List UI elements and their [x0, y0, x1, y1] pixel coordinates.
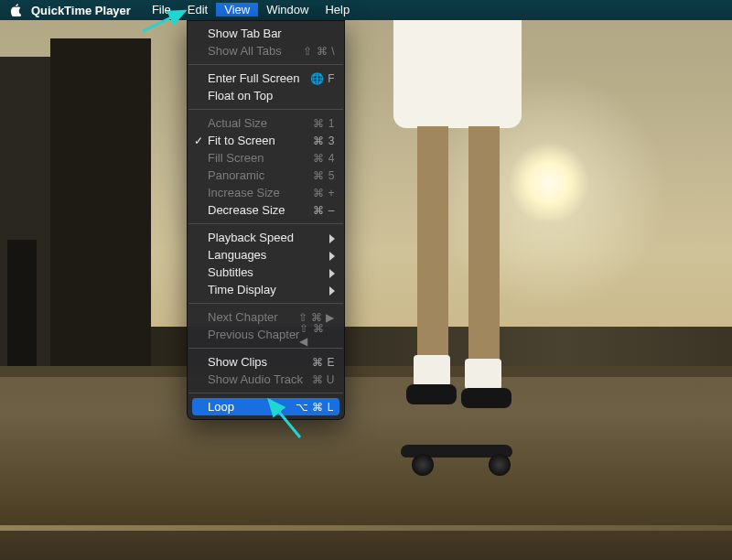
- menubar: QuickTime Player FileEditViewWindowHelp: [0, 0, 732, 20]
- view-menu-dropdown: Show Tab BarShow All Tabs⇧ ⌘ \Enter Full…: [187, 20, 345, 420]
- menu-item-decrease-size[interactable]: Decrease Size⌘ –: [188, 201, 344, 219]
- menu-item-label: Fit to Screen: [208, 134, 313, 147]
- road: [0, 377, 732, 560]
- menu-item-previous-chapter: Previous Chapter⇧ ⌘ ◀: [188, 326, 344, 343]
- menu-item-label: Show Audio Track: [208, 372, 312, 386]
- app-name[interactable]: QuickTime Player: [31, 4, 131, 17]
- sun: [508, 142, 590, 224]
- menu-item-shortcut: ⌘ –: [313, 204, 335, 217]
- menu-separator: [188, 303, 343, 304]
- menu-item-shortcut: ⌥ ⌘ L: [296, 401, 334, 414]
- person-leg: [468, 126, 500, 364]
- menu-item-show-audio-track: Show Audio Track⌘ U: [188, 371, 344, 388]
- menu-item-label: Loop: [208, 400, 296, 414]
- chevron-right-icon: [329, 232, 335, 242]
- person-sock: [465, 359, 501, 390]
- menu-item-show-clips[interactable]: Show Clips⌘ E: [188, 353, 344, 371]
- menu-item-label: Show Tab Bar: [208, 27, 335, 40]
- chevron-right-icon: [329, 267, 335, 276]
- menu-item-shortcut: ⇧ ⌘ ◀: [299, 322, 335, 348]
- menu-item-shortcut: ⌘ 5: [313, 169, 335, 182]
- menubar-item-edit[interactable]: Edit: [179, 3, 216, 16]
- person-shoe: [406, 384, 457, 404]
- menu-separator: [188, 348, 343, 349]
- curb: [0, 366, 732, 377]
- menu-item-label: Playback Speed: [208, 231, 335, 244]
- skateboard-wheel: [489, 454, 511, 476]
- chevron-right-icon: [329, 250, 335, 259]
- menu-item-shortcut: ⌘ 1: [313, 117, 335, 130]
- road-marking: [0, 525, 732, 531]
- menu-item-increase-size: Increase Size⌘ +: [188, 184, 344, 201]
- menubar-item-view[interactable]: View: [216, 3, 258, 16]
- person-leg: [417, 126, 448, 360]
- menu-item-label: Decrease Size: [208, 203, 313, 217]
- building: [50, 38, 151, 368]
- menu-item-float-on-top[interactable]: Float on Top: [188, 87, 344, 104]
- menu-item-shortcut: ⌘ U: [312, 373, 336, 386]
- menu-item-shortcut: ⌘ 3: [313, 135, 335, 147]
- video-frame: QuickTime Player FileEditViewWindowHelp …: [0, 0, 732, 560]
- menu-item-subtitles[interactable]: Subtitles: [188, 264, 344, 281]
- menu-item-label: Previous Chapter: [208, 328, 299, 341]
- skateboard-wheel: [412, 454, 434, 476]
- menu-item-label: Languages: [208, 248, 335, 262]
- building: [7, 240, 37, 368]
- menu-item-label: Subtitles: [208, 265, 335, 279]
- menu-separator: [188, 393, 343, 393]
- menu-item-shortcut: ⇧ ⌘ \: [303, 45, 335, 58]
- menu-item-fit-to-screen[interactable]: ✓Fit to Screen⌘ 3: [188, 132, 344, 149]
- menu-item-enter-full-screen[interactable]: Enter Full Screen🌐 F: [188, 70, 344, 87]
- menu-item-shortcut: ⌘ +: [313, 187, 335, 199]
- chevron-right-icon: [329, 285, 335, 294]
- menu-separator: [188, 64, 343, 65]
- menu-item-show-all-tabs: Show All Tabs⇧ ⌘ \: [188, 42, 344, 59]
- menu-item-actual-size: Actual Size⌘ 1: [188, 114, 344, 132]
- menu-separator: [188, 109, 343, 110]
- menu-item-label: Panoramic: [208, 168, 313, 182]
- menu-item-label: Time Display: [208, 283, 335, 296]
- menu-item-languages[interactable]: Languages: [188, 246, 344, 264]
- menubar-item-file[interactable]: File: [144, 3, 179, 16]
- apple-menu-icon[interactable]: [9, 4, 22, 16]
- menu-item-shortcut: ⌘ E: [312, 356, 335, 369]
- menu-item-label: Show All Tabs: [208, 44, 303, 58]
- menu-item-label: Next Chapter: [208, 310, 298, 324]
- menubar-item-window[interactable]: Window: [258, 3, 317, 16]
- menu-item-label: Increase Size: [208, 186, 313, 199]
- menu-item-label: Enter Full Screen: [208, 71, 310, 85]
- menu-item-label: Fill Screen: [208, 151, 313, 165]
- menu-item-loop[interactable]: Loop⌥ ⌘ L: [192, 398, 339, 415]
- menu-item-playback-speed[interactable]: Playback Speed: [188, 229, 344, 246]
- menu-item-label: Show Clips: [208, 355, 312, 369]
- person-sock: [414, 355, 450, 386]
- menu-item-panoramic: Panoramic⌘ 5: [188, 167, 344, 184]
- menu-item-fill-screen: Fill Screen⌘ 4: [188, 149, 344, 167]
- menu-item-shortcut: ⌘ 4: [313, 152, 335, 165]
- check-icon: ✓: [194, 135, 203, 147]
- menubar-item-help[interactable]: Help: [317, 3, 358, 16]
- menu-item-show-tab-bar[interactable]: Show Tab Bar: [188, 25, 344, 42]
- menu-item-time-display[interactable]: Time Display: [188, 281, 344, 298]
- menu-item-label: Float on Top: [208, 89, 335, 102]
- menu-separator: [188, 223, 343, 224]
- person-shoe: [461, 388, 511, 408]
- menu-item-shortcut: 🌐 F: [310, 72, 335, 85]
- menu-item-label: Actual Size: [208, 116, 313, 130]
